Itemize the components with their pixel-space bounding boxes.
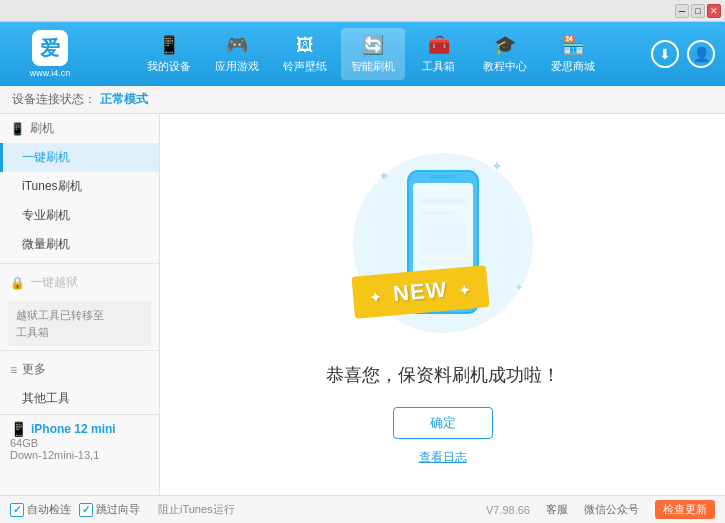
- apps-icon: 🎮: [226, 34, 248, 56]
- nav-label-tutorial: 教程中心: [483, 59, 527, 74]
- device-firmware: Down-12mini-13,1: [10, 449, 149, 461]
- skip-wizard-checkbox[interactable]: 跳过向导: [79, 502, 140, 517]
- success-title: 恭喜您，保资料刷机成功啦！: [326, 363, 560, 387]
- auto-connect-label: 自动检连: [27, 502, 71, 517]
- version-text: V7.98.66: [486, 504, 530, 516]
- logo-text: www.i4.cn: [30, 68, 71, 78]
- nav-right: ⬇ 👤: [651, 40, 715, 68]
- nav-label-ringtone: 铃声壁纸: [283, 59, 327, 74]
- bottom-bar: 自动检连 跳过向导 阻止iTunes运行 V7.98.66 客服 微信公众号 检…: [0, 495, 725, 523]
- sidebar-section-jailbreak: 🔒 一键越狱: [0, 268, 159, 297]
- close-button[interactable]: ✕: [707, 4, 721, 18]
- sidebar-item-pro-flash[interactable]: 专业刷机: [0, 201, 159, 230]
- svg-rect-3: [430, 175, 456, 179]
- auto-connect-checkbox[interactable]: 自动检连: [10, 502, 71, 517]
- device-storage: 64GB: [10, 437, 149, 449]
- customer-service-link[interactable]: 客服: [546, 502, 568, 517]
- nav-item-smart-flash[interactable]: 🔄 智能刷机: [341, 28, 405, 80]
- toolbox-icon: 🧰: [428, 34, 450, 56]
- tutorial-icon: 🎓: [494, 34, 516, 56]
- title-bar: ─ □ ✕: [0, 0, 725, 22]
- nav-item-tutorial[interactable]: 🎓 教程中心: [473, 28, 537, 80]
- nav-label-toolbox: 工具箱: [422, 59, 455, 74]
- visit-log-link[interactable]: 查看日志: [419, 449, 467, 466]
- device-panel: 📱 iPhone 12 mini 64GB Down-12mini-13,1: [0, 414, 160, 467]
- sidebar-divider-2: [0, 350, 159, 351]
- auto-connect-check-icon: [10, 503, 24, 517]
- flash-section-icon: 📱: [10, 122, 25, 136]
- stop-itunes-label: 阻止iTunes运行: [158, 502, 235, 517]
- sidebar-item-other-tools[interactable]: 其他工具: [0, 384, 159, 413]
- download-button[interactable]: ⬇: [651, 40, 679, 68]
- svg-rect-4: [420, 198, 466, 204]
- nav-items: 📱 我的设备 🎮 应用游戏 🖼 铃声壁纸 🔄 智能刷机 🧰 工具箱 🎓 教程中心…: [90, 28, 651, 80]
- skip-wizard-label: 跳过向导: [96, 502, 140, 517]
- sparkle-3: ✦: [515, 282, 523, 293]
- sparkle-2: ✦: [378, 168, 390, 184]
- nav-item-toolbox[interactable]: 🧰 工具箱: [409, 28, 469, 80]
- status-value: 正常模式: [100, 91, 148, 108]
- new-badge-text: NEW: [392, 277, 448, 307]
- bottom-left: 自动检连 跳过向导 阻止iTunes运行: [10, 502, 486, 517]
- device-icon: 📱: [158, 34, 180, 56]
- sidebar-section-flash: 📱 刷机: [0, 114, 159, 143]
- jailbreak-section-icon: 🔒: [10, 276, 25, 290]
- logo-icon: 爱: [32, 30, 68, 66]
- update-button[interactable]: 检查更新: [655, 500, 715, 519]
- sparkle-1: ✦: [491, 158, 503, 174]
- sidebar-item-one-key-flash[interactable]: 一键刷机: [0, 143, 159, 172]
- nav-item-my-device[interactable]: 📱 我的设备: [137, 28, 201, 80]
- nav-label-smart-flash: 智能刷机: [351, 59, 395, 74]
- device-name: iPhone 12 mini: [31, 422, 116, 436]
- sidebar-item-micro-flash[interactable]: 微量刷机: [0, 230, 159, 259]
- svg-rect-5: [420, 211, 455, 215]
- bottom-right: V7.98.66 客服 微信公众号 检查更新: [486, 500, 715, 519]
- svg-rect-6: [420, 223, 466, 253]
- sidebar: 📱 刷机 一键刷机 iTunes刷机 专业刷机 微量刷机 🔒 一键越狱 越狱工具…: [0, 114, 160, 495]
- store-icon: 🏪: [562, 34, 584, 56]
- nav-label-my-device: 我的设备: [147, 59, 191, 74]
- svg-rect-7: [420, 261, 466, 265]
- content-area: ✦ ✦ ✦ NEW: [160, 114, 725, 495]
- user-button[interactable]: 👤: [687, 40, 715, 68]
- nav-label-store: 爱思商城: [551, 59, 595, 74]
- status-bar: 设备连接状态： 正常模式: [0, 86, 725, 114]
- sidebar-item-itunes-flash[interactable]: iTunes刷机: [0, 172, 159, 201]
- nav-item-apps-games[interactable]: 🎮 应用游戏: [205, 28, 269, 80]
- status-label: 设备连接状态：: [12, 91, 96, 108]
- wechat-link[interactable]: 微信公众号: [584, 502, 639, 517]
- maximize-button[interactable]: □: [691, 4, 705, 18]
- nav-item-ringtone[interactable]: 🖼 铃声壁纸: [273, 28, 337, 80]
- jailbreak-info-box: 越狱工具已转移至工具箱: [8, 301, 151, 346]
- main-area: 📱 刷机 一键刷机 iTunes刷机 专业刷机 微量刷机 🔒 一键越狱 越狱工具…: [0, 114, 725, 495]
- sidebar-section-jailbreak-label: 一键越狱: [30, 274, 78, 291]
- header: 爱 www.i4.cn 📱 我的设备 🎮 应用游戏 🖼 铃声壁纸 🔄 智能刷机 …: [0, 22, 725, 86]
- logo[interactable]: 爱 www.i4.cn: [10, 30, 90, 78]
- minimize-button[interactable]: ─: [675, 4, 689, 18]
- sidebar-section-more-label: 更多: [22, 361, 46, 378]
- ringtone-icon: 🖼: [296, 35, 314, 56]
- sidebar-divider-1: [0, 263, 159, 264]
- sidebar-section-more: ≡ 更多: [0, 355, 159, 384]
- smart-flash-icon: 🔄: [362, 34, 384, 56]
- device-panel-icon: 📱: [10, 421, 27, 437]
- confirm-button[interactable]: 确定: [393, 407, 493, 439]
- skip-wizard-check-icon: [79, 503, 93, 517]
- more-section-icon: ≡: [10, 363, 17, 377]
- success-illustration: ✦ ✦ ✦ NEW: [343, 143, 543, 343]
- nav-label-apps-games: 应用游戏: [215, 59, 259, 74]
- sidebar-section-flash-label: 刷机: [30, 120, 54, 137]
- nav-item-store[interactable]: 🏪 爱思商城: [541, 28, 605, 80]
